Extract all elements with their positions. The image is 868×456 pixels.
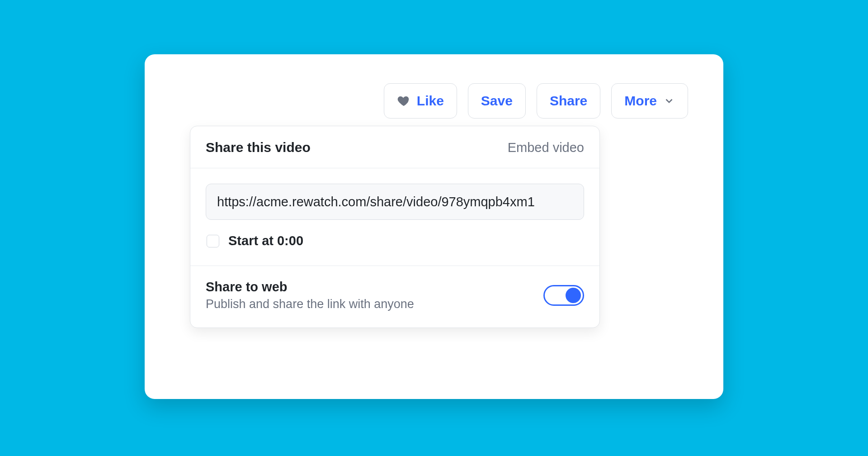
- save-button-label: Save: [481, 94, 513, 108]
- share-popover: Share this video Embed video https://acm…: [190, 126, 600, 328]
- like-button[interactable]: Like: [384, 83, 457, 119]
- share-to-web-toggle[interactable]: [543, 285, 584, 306]
- share-to-web-title: Share to web: [206, 280, 414, 294]
- toggle-knob: [566, 288, 581, 303]
- share-popover-header: Share this video Embed video: [190, 126, 599, 168]
- share-to-web-subtitle: Publish and share the link with anyone: [206, 297, 414, 311]
- share-to-web-text: Share to web Publish and share the link …: [206, 280, 414, 311]
- heart-icon: [397, 94, 410, 108]
- more-button-label: More: [624, 94, 657, 108]
- embed-video-tab[interactable]: Embed video: [508, 140, 584, 155]
- start-at-checkbox[interactable]: [207, 235, 219, 247]
- share-popover-title: Share this video: [206, 140, 311, 155]
- start-at-label: Start at 0:00: [228, 233, 303, 248]
- share-button[interactable]: Share: [537, 83, 600, 119]
- like-button-label: Like: [417, 94, 444, 108]
- share-url-input[interactable]: https://acme.rewatch.com/share/video/978…: [206, 184, 584, 220]
- start-at-row: Start at 0:00: [206, 233, 584, 255]
- share-popover-body: https://acme.rewatch.com/share/video/978…: [190, 168, 599, 266]
- share-button-label: Share: [550, 94, 587, 108]
- video-action-toolbar: Like Save Share More: [180, 83, 688, 119]
- share-popover-footer: Share to web Publish and share the link …: [190, 266, 599, 328]
- chevron-down-icon: [663, 95, 675, 107]
- save-button[interactable]: Save: [468, 83, 526, 119]
- app-card: Like Save Share More Share this video Em…: [145, 54, 723, 399]
- more-button[interactable]: More: [611, 83, 688, 119]
